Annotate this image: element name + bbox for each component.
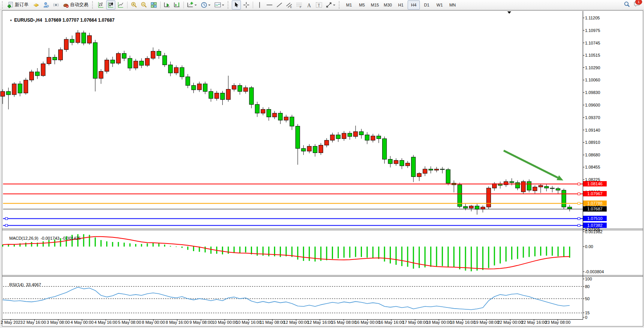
price-axis-label: 1.10975 [585, 28, 600, 33]
line-handle[interactable] [578, 193, 580, 195]
time-axis-label: 11 May 08:00 [260, 320, 285, 325]
line-handle[interactable] [578, 218, 580, 220]
price-axis-label: 1.10060 [585, 78, 600, 82]
price-axis-label: 1.10745 [585, 41, 600, 45]
macd-axis-label: -0.003804 [585, 269, 604, 274]
time-axis-label: 15 May 08:00 [331, 320, 357, 325]
price-axis-label: 1.10515 [585, 53, 600, 57]
time-axis-label: 3 May 08:00 [47, 320, 70, 325]
price-axis-label: 1.10290 [585, 65, 600, 70]
rsi-axis-label: 0 [585, 315, 587, 320]
time-axis-label: 5 May 08:00 [118, 320, 141, 325]
time-axis-label: 22 May 16:00 [521, 320, 547, 325]
time-axis-label: 8 May 00:00 [142, 320, 165, 325]
price-axis-label: 1.08455 [585, 165, 600, 169]
time-axis-label: 23 May 08:00 [545, 320, 571, 325]
rsi-axis-label: 80 [585, 284, 590, 289]
trading-terminal-window: 新订单自动交易EFATM1M5M15M30H1H4D1W1MN1 1.11205… [0, 0, 644, 328]
line-handle[interactable] [578, 202, 580, 205]
chart-window-frame [2, 11, 643, 326]
time-axis-label: 10 May 16:00 [236, 320, 261, 325]
price-badge-label: 1.07967 [587, 191, 603, 196]
line-handle[interactable] [5, 225, 8, 227]
rsi-axis-label: 15 [585, 310, 590, 315]
time-axis-label: 2 May 16:00 [23, 320, 46, 325]
price-badge-label: 1.07382 [587, 223, 603, 228]
time-axis-label: 9 May 08:00 [190, 320, 213, 325]
price-badge-label: 1.08146 [587, 182, 603, 186]
time-axis-label: 18 May 00:00 [426, 320, 452, 325]
time-axis-label: 2 May 2023 [1, 320, 22, 325]
price-badge-label: 1.07788 [587, 201, 603, 205]
line-handle[interactable] [5, 218, 8, 220]
time-axis-label: 22 May 00:00 [497, 320, 523, 325]
macd-axis-label: 0.00 [585, 244, 593, 249]
time-axis-label: 10 May 00:00 [212, 320, 238, 325]
time-axis-label: 12 May 00:00 [284, 320, 309, 325]
time-axis-label: 18 May 16:00 [450, 320, 475, 325]
time-axis-label: 4 May 00:00 [70, 320, 94, 325]
time-axis-label: 16 May 00:00 [355, 320, 380, 325]
time-axis-label: 19 May 08:00 [474, 320, 499, 325]
price-axis-label: 1.09600 [585, 103, 600, 107]
price-axis-label: 1.08910 [585, 140, 600, 145]
line-handle[interactable] [578, 225, 580, 227]
time-axis-label: 12 May 16:00 [307, 320, 333, 325]
time-axis-label: 16 May 16:00 [379, 320, 404, 325]
rsi-axis-label: 100 [585, 277, 592, 281]
rsi-axis-label: 50 [585, 296, 590, 301]
price-axis-label: 1.08680 [585, 153, 600, 157]
macd-axis-label: 0.001982 [585, 229, 603, 234]
time-axis-label: 8 May 16:00 [166, 320, 189, 325]
price-axis-label: 1.09140 [585, 128, 600, 132]
price-axis-label: 1.11205 [585, 16, 600, 20]
price-badge-label: 1.07510 [587, 216, 603, 221]
price-axis-label: 1.09830 [585, 90, 600, 95]
line-handle[interactable] [578, 183, 580, 185]
price-axis-label: 1.09370 [585, 115, 600, 120]
time-axis-label: 17 May 08:00 [402, 320, 428, 325]
time-axis-label: 4 May 16:00 [94, 320, 118, 325]
time-axis[interactable]: 2 May 20232 May 16:003 May 08:004 May 00… [1, 320, 571, 325]
chart-canvas: 1.112051.109751.107451.105151.102901.100… [0, 0, 644, 328]
price-badge-label: 1.07687 [587, 207, 603, 211]
